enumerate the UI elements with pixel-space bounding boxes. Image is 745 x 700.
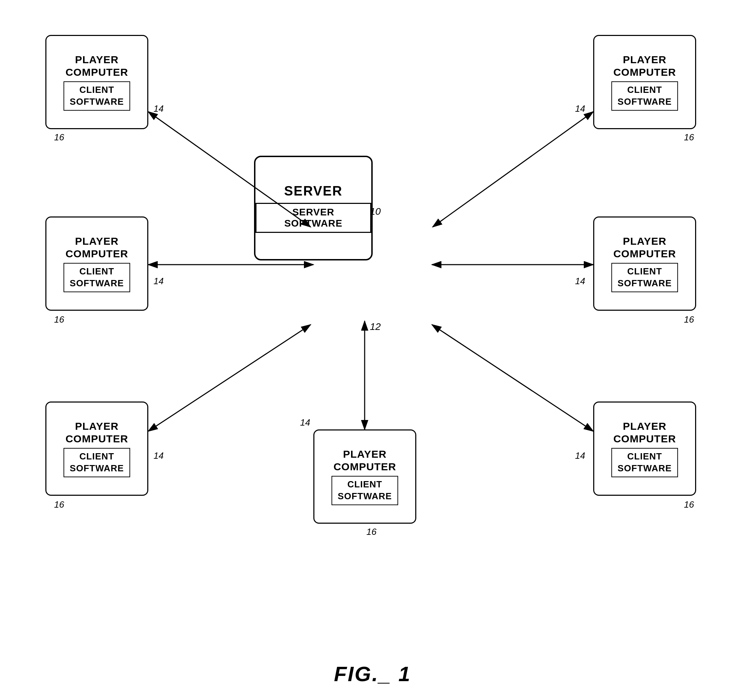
- client-software-box-bot-right: CLIENTSOFTWARE: [611, 448, 678, 477]
- player-box-mid-right: PLAYERCOMPUTER CLIENTSOFTWARE: [593, 216, 696, 311]
- fig-caption: FIG._ 1: [334, 662, 411, 686]
- client-software-box-top-right: CLIENTSOFTWARE: [611, 81, 678, 111]
- label-16-bot-left: 16: [54, 499, 64, 510]
- client-software-box-mid-right: CLIENTSOFTWARE: [611, 263, 678, 292]
- player-box-bot-center: PLAYERCOMPUTER CLIENTSOFTWARE: [313, 429, 416, 524]
- client-software-box-bot-center: CLIENTSOFTWARE: [332, 476, 398, 505]
- client-software-box-top-left: CLIENTSOFTWARE: [63, 81, 130, 111]
- label-16-mid-left: 16: [54, 314, 64, 325]
- label-16-bot-center: 16: [367, 526, 377, 537]
- server-software-number: 12: [370, 321, 381, 332]
- player-box-top-right: PLAYERCOMPUTER CLIENTSOFTWARE: [593, 35, 696, 129]
- label-14-bot-right: 14: [575, 450, 585, 461]
- player-title-top-left: PLAYERCOMPUTER: [66, 53, 129, 79]
- player-title-bot-left: PLAYERCOMPUTER: [66, 420, 129, 445]
- player-title-top-right: PLAYERCOMPUTER: [613, 53, 676, 79]
- svg-line-8: [432, 325, 593, 431]
- player-box-bot-left: PLAYERCOMPUTER CLIENTSOFTWARE: [45, 402, 148, 496]
- label-16-top-left: 16: [54, 132, 64, 143]
- label-14-top-right: 14: [575, 103, 585, 114]
- client-software-box-bot-left: CLIENTSOFTWARE: [63, 448, 130, 477]
- label-16-bot-right: 16: [684, 499, 694, 510]
- label-16-mid-right: 16: [684, 314, 694, 325]
- svg-line-3: [433, 112, 593, 227]
- player-title-bot-center: PLAYERCOMPUTER: [334, 448, 396, 473]
- label-16-top-right: 16: [684, 132, 694, 143]
- player-title-bot-right: PLAYERCOMPUTER: [613, 420, 676, 445]
- label-14-mid-right: 14: [575, 276, 585, 286]
- label-14-mid-left: 14: [154, 276, 164, 286]
- label-14-top-left: 14: [154, 103, 164, 114]
- label-14-bot-center: 14: [300, 417, 310, 428]
- server-label: SERVER: [284, 184, 343, 199]
- player-box-bot-right: PLAYERCOMPUTER CLIENTSOFTWARE: [593, 402, 696, 496]
- server-software-label: SERVER SOFTWARE: [284, 207, 343, 229]
- client-software-box-mid-left: CLIENTSOFTWARE: [63, 263, 130, 292]
- server-box: SERVER SERVER SOFTWARE: [254, 156, 372, 261]
- server-software-box: SERVER SOFTWARE: [256, 203, 371, 233]
- label-14-bot-left: 14: [154, 450, 164, 461]
- player-box-top-left: PLAYERCOMPUTER CLIENTSOFTWARE: [45, 35, 148, 129]
- server-number: 10: [370, 206, 381, 217]
- player-title-mid-left: PLAYERCOMPUTER: [66, 235, 129, 260]
- player-title-mid-right: PLAYERCOMPUTER: [613, 235, 676, 260]
- svg-line-6: [148, 325, 311, 431]
- player-box-mid-left: PLAYERCOMPUTER CLIENTSOFTWARE: [45, 216, 148, 311]
